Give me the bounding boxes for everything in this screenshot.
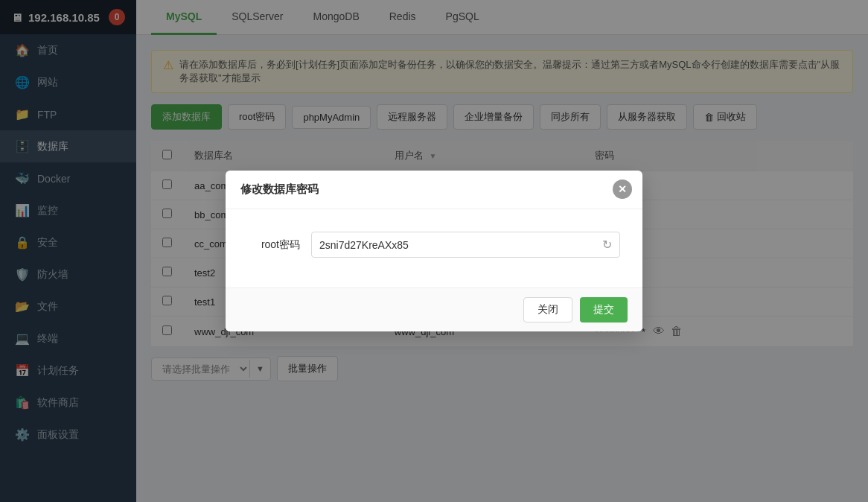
form-row-password: root密码 ↻ <box>248 232 620 258</box>
modal-close-button[interactable]: ✕ <box>613 179 632 199</box>
modal-cancel-button[interactable]: 关闭 <box>523 297 572 323</box>
modal-title: 修改数据库密码 <box>226 171 642 209</box>
modal-body: root密码 ↻ <box>226 209 642 287</box>
password-input-wrap: ↻ <box>311 232 620 258</box>
modal-submit-button[interactable]: 提交 <box>580 297 628 323</box>
modal-footer: 关闭 提交 <box>226 287 642 331</box>
refresh-password-icon[interactable]: ↻ <box>602 238 612 252</box>
root-password-input[interactable] <box>319 239 596 251</box>
modal-overlay[interactable]: 修改数据库密码 ✕ root密码 ↻ 关闭 提交 <box>0 0 868 502</box>
change-password-modal: 修改数据库密码 ✕ root密码 ↻ 关闭 提交 <box>226 171 642 331</box>
form-label-root-password: root密码 <box>248 238 300 252</box>
